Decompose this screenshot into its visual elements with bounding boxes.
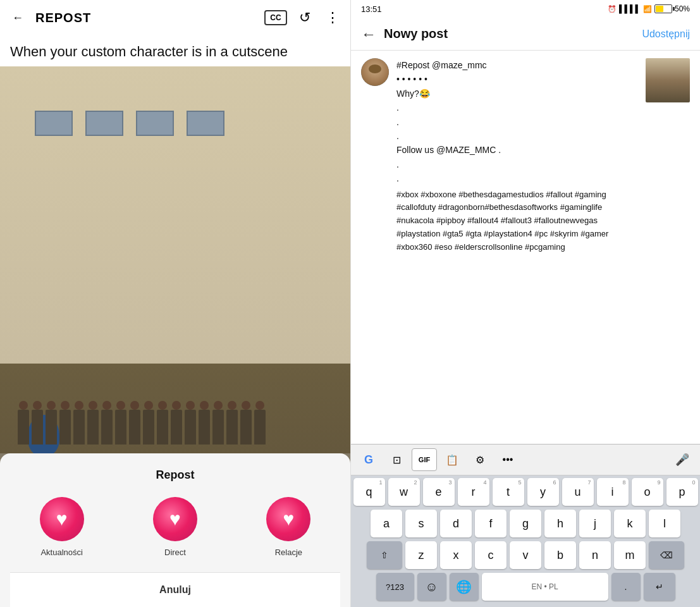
heart-direct: ♥ bbox=[169, 510, 181, 529]
keyboard-row-2: a s d f g h j k l bbox=[352, 510, 699, 537]
battery-fill bbox=[656, 6, 663, 12]
key-d[interactable]: d bbox=[440, 510, 472, 537]
clipboard-keyboard-button[interactable]: 📋 bbox=[439, 448, 465, 471]
key-m[interactable]: m bbox=[614, 541, 646, 569]
heart-aktualnosci: ♥ bbox=[56, 510, 68, 529]
figure-13 bbox=[185, 410, 196, 445]
google-keyboard-button[interactable]: G bbox=[356, 448, 381, 471]
right-panel: 13:51 ⏰ ▌▌▌▌ 📶 50% ← Nowy post Udostępni… bbox=[350, 0, 700, 607]
relacje-icon: ♥ bbox=[266, 497, 310, 541]
battery-percent: 50% bbox=[675, 4, 690, 13]
key-e[interactable]: 3e bbox=[423, 478, 455, 506]
repost-option-relacje[interactable]: ♥ Relacje bbox=[237, 497, 340, 557]
gif-keyboard-button[interactable]: GIF bbox=[412, 448, 437, 471]
repost-option-aktualnosci[interactable]: ♥ Aktualności bbox=[10, 497, 113, 557]
figure-5 bbox=[73, 410, 85, 445]
post-caption: #Repost @maze_mmc • • • • • • Why?😂 . . … bbox=[396, 58, 638, 186]
refresh-button[interactable]: ↺ bbox=[295, 8, 315, 28]
window-4 bbox=[187, 111, 224, 136]
settings-keyboard-button[interactable]: ⚙ bbox=[467, 448, 493, 471]
key-c[interactable]: c bbox=[475, 541, 507, 569]
aktualnosci-label: Aktualności bbox=[40, 548, 82, 557]
cc-button[interactable]: CC bbox=[264, 10, 287, 25]
relacje-label: Relacje bbox=[275, 548, 302, 557]
figure-2 bbox=[32, 410, 43, 445]
figure-7 bbox=[101, 410, 113, 445]
windows bbox=[35, 111, 315, 136]
cancel-button[interactable]: Anuluj bbox=[10, 572, 340, 607]
keyboard-row-4: ?123 ☺ 🌐 EN • PL . ↵ bbox=[352, 573, 699, 601]
key-k[interactable]: k bbox=[614, 510, 646, 537]
more-button[interactable]: ⋮ bbox=[322, 8, 343, 28]
key-t[interactable]: 5t bbox=[493, 478, 524, 506]
key-a[interactable]: a bbox=[371, 510, 402, 537]
key-y[interactable]: 6y bbox=[527, 478, 559, 506]
key-o[interactable]: 9o bbox=[632, 478, 663, 506]
figure-18 bbox=[254, 410, 266, 445]
keyboard-row-3: ⇧ z x c v b n m ⌫ bbox=[352, 541, 699, 569]
key-s[interactable]: s bbox=[405, 510, 437, 537]
key-v[interactable]: v bbox=[510, 541, 541, 569]
gif-label: GIF bbox=[419, 456, 430, 463]
left-panel: ← REPOST CC ↺ ⋮ When your custom charact… bbox=[0, 0, 350, 607]
sticker-keyboard-button[interactable]: ⊡ bbox=[384, 448, 409, 471]
shift-key[interactable]: ⇧ bbox=[367, 541, 402, 569]
key-w[interactable]: 2w bbox=[388, 478, 420, 506]
repost-option-direct[interactable]: ♥ Direct bbox=[123, 497, 226, 557]
key-g[interactable]: g bbox=[510, 510, 541, 537]
emoji-key[interactable]: ☺ bbox=[417, 573, 446, 601]
globe-key[interactable]: 🌐 bbox=[450, 573, 479, 601]
building bbox=[0, 66, 350, 364]
status-time: 13:51 bbox=[361, 4, 382, 14]
figure-8 bbox=[115, 410, 126, 445]
mic-icon: 🎤 bbox=[675, 453, 689, 467]
google-icon: G bbox=[364, 453, 373, 467]
figure-1 bbox=[18, 410, 29, 445]
key-r[interactable]: 4r bbox=[458, 478, 489, 506]
figure-12 bbox=[171, 410, 182, 445]
wifi-icon: 📶 bbox=[643, 5, 652, 13]
key-u[interactable]: 7u bbox=[562, 478, 594, 506]
post-thumbnail bbox=[646, 58, 690, 102]
right-back-button[interactable]: ← bbox=[361, 25, 376, 43]
udostepnij-button[interactable]: Udostępnij bbox=[642, 28, 690, 40]
more-icon: ••• bbox=[503, 454, 513, 465]
key-x[interactable]: x bbox=[440, 541, 472, 569]
repost-modal-title: Repost bbox=[156, 469, 194, 482]
num-switch-key[interactable]: ?123 bbox=[376, 573, 414, 601]
mic-keyboard-button[interactable]: 🎤 bbox=[670, 448, 695, 471]
avatar bbox=[361, 58, 389, 86]
key-q[interactable]: 1q bbox=[353, 478, 385, 506]
figures bbox=[18, 410, 333, 445]
key-l[interactable]: l bbox=[649, 510, 680, 537]
right-title: Nowy post bbox=[384, 27, 642, 41]
key-p[interactable]: 0p bbox=[666, 478, 698, 506]
keyboard-row-1: 1q 2w 3e 4r 5t 6y 7u 8i 9o 0p bbox=[352, 478, 699, 506]
backspace-key[interactable]: ⌫ bbox=[649, 541, 684, 569]
status-icons: ⏰ ▌▌▌▌ 📶 50% bbox=[608, 4, 690, 13]
key-z[interactable]: z bbox=[405, 541, 437, 569]
enter-key[interactable]: ↵ bbox=[644, 573, 675, 601]
figure-4 bbox=[59, 410, 71, 445]
sticker-icon: ⊡ bbox=[393, 454, 401, 466]
key-j[interactable]: j bbox=[579, 510, 611, 537]
keyboard-area: G ⊡ GIF 📋 ⚙ ••• 🎤 1q bbox=[351, 444, 700, 607]
keyboard-toolbar: G ⊡ GIF 📋 ⚙ ••• 🎤 bbox=[351, 445, 700, 475]
post-title: When your custom character is in a cutsc… bbox=[0, 35, 350, 66]
key-n[interactable]: n bbox=[579, 541, 611, 569]
key-h[interactable]: h bbox=[544, 510, 576, 537]
key-f[interactable]: f bbox=[475, 510, 507, 537]
period-key[interactable]: . bbox=[611, 573, 641, 601]
figure-17 bbox=[240, 410, 252, 445]
gear-icon: ⚙ bbox=[476, 454, 484, 466]
more-keyboard-button[interactable]: ••• bbox=[495, 448, 520, 471]
key-b[interactable]: b bbox=[544, 541, 576, 569]
figure-3 bbox=[46, 410, 57, 445]
shift-icon: ⇧ bbox=[381, 550, 388, 560]
space-key[interactable]: EN • PL bbox=[482, 573, 608, 601]
right-topbar: ← Nowy post Udostępnij bbox=[351, 18, 700, 51]
back-button[interactable]: ← bbox=[8, 8, 28, 28]
window-1 bbox=[35, 111, 73, 136]
key-i[interactable]: 8i bbox=[597, 478, 629, 506]
left-topbar: ← REPOST CC ↺ ⋮ bbox=[0, 0, 350, 35]
